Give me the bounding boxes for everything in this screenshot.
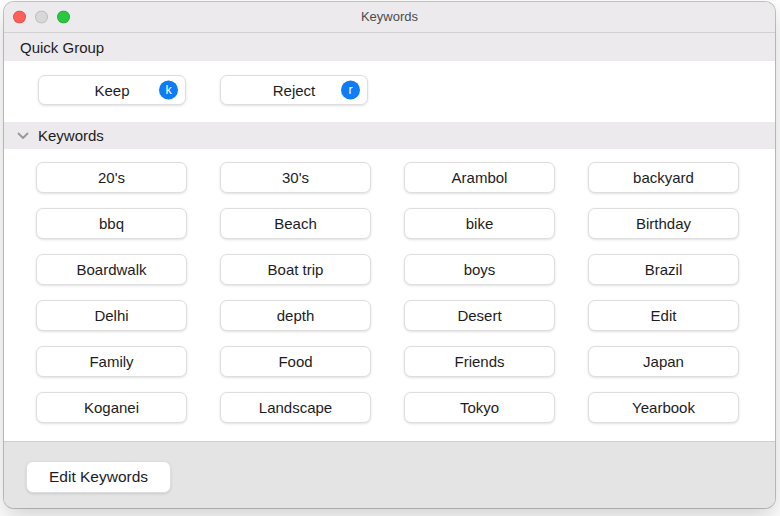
keyword-button[interactable]: Beach [220, 208, 371, 239]
keyword-button[interactable]: Koganei [36, 392, 187, 423]
keyword-button[interactable]: Family [36, 346, 187, 377]
keyword-button[interactable]: 30's [220, 162, 371, 193]
quick-group-button-reject[interactable]: Rejectr [220, 75, 368, 105]
keyword-button[interactable]: Landscape [220, 392, 371, 423]
shortcut-key-badge: k [159, 81, 178, 100]
quick-group-header: Quick Group [4, 33, 775, 61]
quick-group-header-label: Quick Group [20, 39, 104, 56]
shortcut-key-badge: r [341, 81, 360, 100]
keyword-button[interactable]: 20's [36, 162, 187, 193]
keyword-button[interactable]: bbq [36, 208, 187, 239]
keyword-button[interactable]: depth [220, 300, 371, 331]
keyword-button[interactable]: Brazil [588, 254, 739, 285]
keyword-button[interactable]: Yearbook [588, 392, 739, 423]
keywords-window: Keywords Quick Group KeepkRejectr Keywor… [4, 2, 775, 508]
traffic-lights [13, 11, 70, 24]
quick-group-button-label: Keep [94, 82, 129, 99]
keyword-button[interactable]: Boardwalk [36, 254, 187, 285]
keyword-button[interactable]: Boat trip [220, 254, 371, 285]
quick-group-buttons: KeepkRejectr [4, 61, 775, 122]
chevron-down-icon[interactable] [17, 132, 29, 140]
keyword-button[interactable]: Birthday [588, 208, 739, 239]
quick-group-button-keep[interactable]: Keepk [38, 75, 186, 105]
minimize-button[interactable] [35, 11, 48, 24]
bottom-bar: Edit Keywords [4, 441, 775, 508]
keywords-grid: 20's30'sArambolbackyardbbqBeachbikeBirth… [4, 149, 775, 441]
keyword-button[interactable]: Delhi [36, 300, 187, 331]
keyword-button[interactable]: Edit [588, 300, 739, 331]
quick-group-button-label: Reject [273, 82, 316, 99]
keyword-button[interactable]: backyard [588, 162, 739, 193]
keyword-button[interactable]: Friends [404, 346, 555, 377]
keyword-button[interactable]: Food [220, 346, 371, 377]
window-title: Keywords [4, 2, 775, 32]
keyword-button[interactable]: Japan [588, 346, 739, 377]
keyword-button[interactable]: Arambol [404, 162, 555, 193]
zoom-button[interactable] [57, 11, 70, 24]
window-titlebar[interactable]: Keywords [4, 2, 775, 33]
keyword-button[interactable]: Tokyo [404, 392, 555, 423]
edit-keywords-button[interactable]: Edit Keywords [26, 461, 171, 493]
close-button[interactable] [13, 11, 26, 24]
keyword-button[interactable]: boys [404, 254, 555, 285]
keyword-button[interactable]: bike [404, 208, 555, 239]
keyword-button[interactable]: Desert [404, 300, 555, 331]
keywords-header-label: Keywords [38, 127, 104, 144]
keywords-header: Keywords [4, 122, 775, 149]
